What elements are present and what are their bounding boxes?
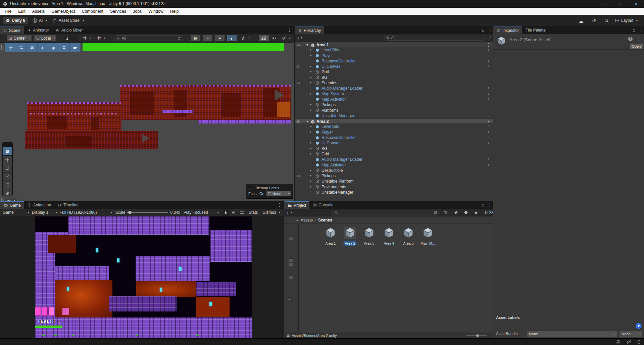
expand-arrow[interactable]: ▸	[310, 64, 312, 68]
hierarchy-item-player[interactable]: ▸Player›	[295, 53, 493, 58]
expand-arrow[interactable]: ▸	[310, 130, 312, 134]
expand-arrow[interactable]: ▼	[306, 43, 309, 47]
menu-item-edit[interactable]: Edit	[15, 9, 29, 14]
rect-tool-button[interactable]	[3, 181, 12, 189]
notifications-muted-icon[interactable]	[616, 340, 621, 344]
scene-options-icon[interactable]: ⋮	[486, 43, 491, 47]
hierarchy-item-pickups[interactable]: ▸Pickups	[295, 173, 493, 179]
prefab-open-chevron[interactable]: ›	[488, 91, 489, 96]
favorites-star-icon[interactable]: ★	[471, 209, 481, 216]
menu-item-file[interactable]: File	[1, 9, 15, 14]
scene-visibility-eye-icon[interactable]	[296, 43, 300, 47]
hand-tool-button[interactable]	[3, 147, 12, 155]
audio-toggle-button[interactable]: ●	[215, 35, 224, 41]
expand-arrow[interactable]: ▸	[310, 54, 312, 57]
tab-game[interactable]: Game	[0, 201, 24, 209]
hierarchy-item-grid[interactable]: ▸Grid	[295, 151, 493, 157]
orientation-dropdown[interactable]: Local▾	[34, 35, 57, 41]
prefab-open-chevron[interactable]: ›	[488, 157, 489, 161]
prefab-open-chevron[interactable]: ›	[488, 135, 489, 140]
create-asset-arrow[interactable]: ▾	[291, 211, 292, 214]
unity-version-badge[interactable]: Unity 6	[3, 17, 28, 24]
expand-arrow[interactable]: ▼	[306, 120, 309, 123]
expand-arrow[interactable]: ▸	[310, 168, 312, 172]
tab-timeline[interactable]: Timeline	[54, 201, 82, 209]
expand-arrow[interactable]: ▸	[310, 152, 312, 155]
expand-arrow[interactable]: ▸	[310, 103, 312, 106]
project-menu-icon[interactable]: ⋮	[488, 203, 492, 207]
hierarchy-item-environments[interactable]: ▸Environments	[295, 184, 493, 190]
scroll-handle[interactable]	[289, 276, 293, 279]
cloud-icon[interactable]: ☁	[579, 18, 584, 24]
expand-arrow[interactable]: ▸	[310, 108, 312, 112]
open-search-window-icon[interactable]	[487, 36, 491, 40]
toolbar-grip[interactable]	[254, 36, 256, 41]
debug-bug-dropdown[interactable]: ▾	[239, 35, 251, 41]
expand-arrow[interactable]: ▸	[310, 125, 312, 128]
hierarchy-item-ui-canvas[interactable]: ▸UI Canvas›	[295, 64, 493, 69]
gizmos-dropdown[interactable]: Gizmos▾	[260, 210, 282, 215]
expand-arrow[interactable]: ▸	[310, 147, 312, 150]
add-label-button[interactable]	[636, 323, 642, 329]
expand-arrow[interactable]: ▸	[310, 48, 312, 51]
overlay-search-icon[interactable]	[59, 43, 70, 52]
effects-toggle-button[interactable]: ◐	[227, 35, 237, 41]
hierarchy-item-respawncontroller[interactable]: RespawnController›	[295, 135, 493, 140]
toolbar-grip[interactable]	[2, 36, 4, 41]
play-mode-dropdown[interactable]: Play Focused▾	[182, 210, 220, 215]
overlay-lighting-icon[interactable]: ◐	[38, 43, 48, 52]
create-add-arrow[interactable]: ▾	[301, 36, 302, 39]
prefab-open-chevron[interactable]: ›	[488, 162, 489, 167]
search-icon[interactable]	[604, 18, 609, 23]
hierarchy-item-grid[interactable]: ▸Grid	[295, 69, 493, 75]
breadcrumb-root[interactable]: Assets	[301, 218, 313, 223]
filter-by-label-icon[interactable]	[451, 209, 461, 216]
overlay-move-tool-icon[interactable]	[5, 43, 16, 52]
hierarchy-item-unstable-manager[interactable]: Unstable Manager›	[295, 113, 493, 118]
game-view-dropdown[interactable]: Game▾	[1, 210, 31, 215]
scene-audio-muted-icon[interactable]	[272, 36, 277, 41]
resolution-dropdown[interactable]: Full HD (1920x1080)▾	[58, 210, 113, 215]
lighting-toggle-button[interactable]: ◔	[203, 35, 212, 41]
menu-item-window[interactable]: Window	[145, 9, 166, 14]
expand-arrow[interactable]: ▸	[310, 174, 312, 177]
lock-icon[interactable]	[632, 28, 636, 32]
inspector-menu-icon[interactable]: ⋮	[639, 28, 643, 32]
hierarchy-item-bg[interactable]: ▸BG	[295, 75, 493, 80]
hierarchy-item-map-activator[interactable]: Map Activator›	[295, 97, 493, 102]
project-search-field[interactable]	[332, 210, 440, 215]
tab-scene[interactable]: Scene	[0, 27, 24, 34]
assetbundle-variant-dropdown[interactable]: None▾	[620, 331, 642, 337]
tab-hierarchy[interactable]: Hierarchy	[295, 27, 324, 34]
undo-history-icon[interactable]: ↺	[592, 18, 596, 24]
expand-arrow[interactable]: ▸	[310, 185, 312, 188]
prefab-open-chevron[interactable]: ›	[488, 47, 489, 52]
inspector-header-menu-icon[interactable]: ⋮	[637, 37, 641, 41]
stats-button[interactable]: Stats	[246, 210, 260, 215]
overlay-camera-icon[interactable]	[70, 43, 81, 52]
asset-area-4[interactable]: Area 4	[380, 227, 398, 246]
scale-tool-button[interactable]	[3, 172, 12, 181]
display-dropdown[interactable]: Display 1▾	[31, 210, 58, 215]
pivot-dropdown[interactable]: Center▾	[7, 35, 32, 41]
scene-visibility-eye-icon[interactable]	[296, 119, 300, 124]
tab-tile-palette[interactable]: Tile Palette	[522, 27, 549, 34]
palette-grip[interactable]	[5, 144, 10, 146]
assetbundle-dropdown[interactable]: None▾	[527, 331, 617, 337]
hierarchy-scene-header-area-2[interactable]: ▼Area 2⋮	[295, 118, 493, 124]
asset-area-3[interactable]: Area 3	[360, 227, 379, 246]
collapse-arrow-icon[interactable]: ▲	[296, 218, 299, 222]
tab-animation[interactable]: Animation	[24, 201, 54, 209]
move-tool-button[interactable]	[3, 156, 12, 164]
focus-on-dropdown[interactable]: None ▾	[266, 191, 291, 196]
prefab-open-chevron[interactable]: ›	[488, 86, 489, 90]
expand-arrow[interactable]: ▸	[310, 76, 312, 79]
create-asset-button[interactable]: +	[286, 210, 289, 215]
thumbnail-zoom-slider[interactable]	[466, 335, 487, 336]
prefab-open-chevron[interactable]: ›	[488, 53, 489, 58]
minimize-button[interactable]: —	[598, 0, 613, 8]
zoom-slider-knob[interactable]	[476, 334, 479, 337]
menu-item-gameobject[interactable]: GameObject	[48, 9, 78, 14]
breadcrumb-current[interactable]: Scenes	[318, 218, 332, 223]
lock-icon[interactable]	[481, 203, 485, 207]
